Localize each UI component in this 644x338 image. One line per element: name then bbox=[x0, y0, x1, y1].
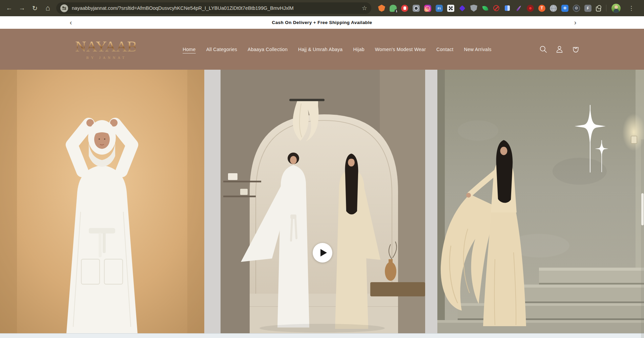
notebook-icon[interactable] bbox=[504, 5, 511, 12]
nav-hijab[interactable]: Hijab bbox=[353, 47, 364, 52]
logo-title: NAYAAB bbox=[75, 39, 136, 54]
home-button[interactable]: ⌂ bbox=[41, 2, 54, 15]
forward-button[interactable]: → bbox=[16, 2, 28, 15]
metamask-icon[interactable] bbox=[378, 5, 385, 12]
reload-button[interactable]: ↻ bbox=[28, 2, 41, 15]
logo[interactable]: NAYAAB BY JANNAT bbox=[75, 39, 136, 60]
address-bar[interactable]: nayaabbyjannat.com/?srsltid=AfmBOoqDusvc… bbox=[56, 2, 371, 14]
announcement-text: Cash On Delivery + Free Shipping Availab… bbox=[272, 20, 372, 25]
globe-grid-icon[interactable] bbox=[550, 5, 557, 12]
blocked-icon[interactable] bbox=[493, 5, 499, 11]
announcement-prev-button[interactable]: ‹ bbox=[66, 16, 76, 29]
fi-icon[interactable]: FI bbox=[436, 5, 443, 12]
hero-section bbox=[0, 70, 644, 333]
account-icon[interactable] bbox=[555, 45, 564, 54]
left-video-panel[interactable] bbox=[0, 70, 204, 333]
panel-gap bbox=[425, 70, 437, 333]
nav-new-arrivals[interactable]: New Arrivals bbox=[464, 47, 491, 52]
qr-code-icon[interactable] bbox=[447, 5, 454, 12]
browser-toolbar: ← → ↻ ⌂ nayaabbyjannat.com/?srsltid=AfmB… bbox=[0, 0, 644, 16]
camera-icon[interactable] bbox=[413, 5, 420, 12]
stop-hand-icon[interactable] bbox=[401, 5, 408, 12]
header-actions bbox=[539, 45, 580, 54]
left-video-preview bbox=[0, 70, 204, 333]
nav-home[interactable]: Home bbox=[183, 47, 196, 52]
orange-t-icon[interactable]: T bbox=[538, 5, 545, 12]
shield-icon[interactable] bbox=[470, 5, 477, 12]
extensions-puzzle-icon[interactable] bbox=[596, 6, 601, 12]
site-info-icon[interactable] bbox=[60, 4, 68, 12]
nav-womens-modest-wear[interactable]: Women's Modest Wear bbox=[375, 47, 426, 52]
cart-icon[interactable] bbox=[571, 45, 580, 54]
back-button[interactable]: ← bbox=[3, 2, 16, 15]
url-text[interactable]: nayaabbyjannat.com/?srsltid=AfmBOoqDusvc… bbox=[72, 5, 359, 11]
toolbar-separator bbox=[606, 5, 606, 12]
record-dot-icon[interactable] bbox=[527, 5, 534, 12]
nav-hajj-umrah-abaya[interactable]: Hajj & Umrah Abaya bbox=[298, 47, 342, 52]
play-icon bbox=[320, 249, 327, 256]
f-tile-icon[interactable]: F bbox=[584, 5, 591, 12]
purple-diamond-icon[interactable] bbox=[459, 5, 466, 12]
center-video-panel[interactable] bbox=[221, 70, 425, 333]
nav-contact[interactable]: Contact bbox=[436, 47, 453, 52]
bookmark-star-icon[interactable]: ☆ bbox=[362, 4, 367, 12]
play-button[interactable] bbox=[313, 243, 332, 263]
profile-avatar[interactable] bbox=[611, 4, 621, 13]
left-woman-figure bbox=[66, 119, 138, 333]
next-section-edge bbox=[0, 333, 644, 338]
green-chat-icon[interactable]: 1 bbox=[390, 5, 397, 12]
gear-circle-icon[interactable]: ⚙ bbox=[573, 5, 580, 12]
instagram-icon[interactable] bbox=[424, 5, 431, 12]
right-video-panel[interactable] bbox=[437, 70, 644, 333]
leaf-icon[interactable] bbox=[482, 5, 489, 12]
scrollbar-track[interactable] bbox=[641, 139, 644, 338]
scrollbar-thumb[interactable] bbox=[641, 193, 644, 225]
main-nav: Home All Categories Abaaya Collection Ha… bbox=[146, 47, 528, 52]
feather-icon[interactable] bbox=[515, 5, 522, 12]
browser-menu-icon[interactable]: ⋮ bbox=[627, 5, 636, 12]
nav-abaaya-collection[interactable]: Abaaya Collection bbox=[248, 47, 288, 52]
extensions-row: 1 FI T ✻ ⚙ F ⋮ bbox=[378, 4, 636, 13]
snowflake-tile-icon[interactable]: ✻ bbox=[561, 5, 568, 12]
right-video-preview bbox=[437, 70, 644, 333]
panel-gap bbox=[204, 70, 221, 333]
site-header: NAYAAB BY JANNAT Home All Categories Aba… bbox=[0, 29, 644, 70]
search-icon[interactable] bbox=[539, 45, 548, 54]
extension-badge: 1 bbox=[395, 9, 398, 13]
logo-subtitle: BY JANNAT bbox=[75, 56, 136, 60]
nav-all-categories[interactable]: All Categories bbox=[206, 47, 237, 52]
announcement-next-button[interactable]: › bbox=[570, 16, 580, 29]
center-video-preview bbox=[221, 70, 425, 333]
announcement-bar: ‹ Cash On Delivery + Free Shipping Avail… bbox=[0, 16, 644, 29]
